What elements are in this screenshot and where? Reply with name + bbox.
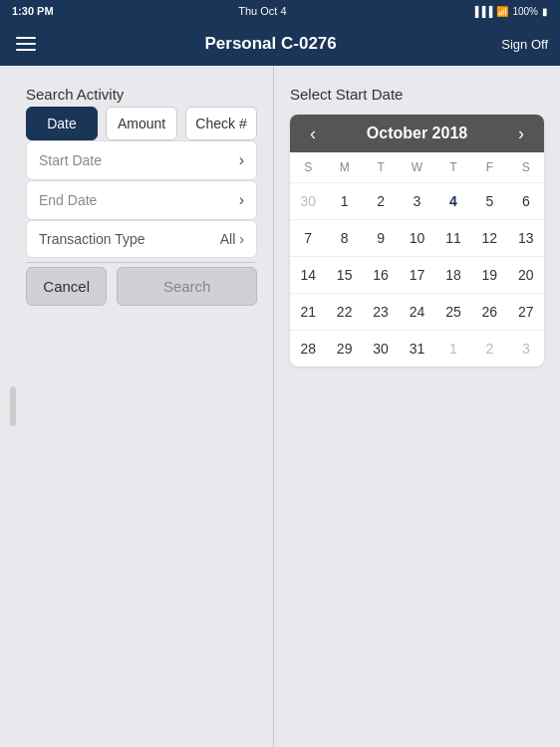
main-layout: Search Activity Date Amount Check # Star… xyxy=(0,66,560,747)
calendar-day[interactable]: 7 xyxy=(290,219,326,256)
transaction-type-label: Transaction Type xyxy=(39,231,145,247)
calendar-header: ‹ October 2018 › xyxy=(290,115,544,152)
calendar-day[interactable]: 3 xyxy=(399,182,434,219)
calendar-day[interactable]: 31 xyxy=(399,330,434,367)
calendar-days: 3012345678910111213141516171819202122232… xyxy=(290,182,544,367)
cancel-button[interactable]: Cancel xyxy=(26,267,107,306)
start-date-label: Start Date xyxy=(39,152,102,168)
menu-line-2 xyxy=(16,43,36,45)
filter-check-button[interactable]: Check # xyxy=(185,107,257,140)
calendar-day[interactable]: 15 xyxy=(326,256,362,293)
status-time: 1:30 PM xyxy=(12,5,54,17)
start-date-arrow-icon: › xyxy=(239,151,244,169)
calendar-day[interactable]: 21 xyxy=(290,293,326,330)
calendar-day[interactable]: 26 xyxy=(471,293,507,330)
calendar-day[interactable]: 11 xyxy=(435,219,471,256)
calendar-day[interactable]: 18 xyxy=(435,256,471,293)
left-panel: Search Activity Date Amount Check # Star… xyxy=(0,66,274,747)
status-date: Thu Oct 4 xyxy=(238,5,286,17)
action-buttons: Cancel Search xyxy=(26,267,257,306)
calendar-day[interactable]: 19 xyxy=(471,256,507,293)
calendar-day[interactable]: 27 xyxy=(508,293,544,330)
calendar-day[interactable]: 24 xyxy=(399,293,434,330)
calendar-day[interactable]: 2 xyxy=(363,182,399,219)
calendar-day[interactable]: 25 xyxy=(435,293,471,330)
battery-icon: ▮ xyxy=(542,6,548,17)
calendar-day[interactable]: 29 xyxy=(326,330,362,367)
calendar-day[interactable]: 1 xyxy=(326,182,362,219)
calendar-day[interactable]: 30 xyxy=(290,182,326,219)
status-indicators: ▐▐▐ 📶 100% ▮ xyxy=(471,6,548,17)
calendar-day[interactable]: 16 xyxy=(363,256,399,293)
transaction-type-field[interactable]: Transaction Type All › xyxy=(26,220,257,258)
end-date-field[interactable]: End Date › xyxy=(26,180,257,220)
signal-icon: ▐▐▐ xyxy=(471,6,492,17)
weekday-sat: S xyxy=(508,152,544,182)
weekday-wed: W xyxy=(399,152,434,182)
weekday-thu: T xyxy=(435,152,471,182)
menu-line-1 xyxy=(16,37,36,39)
calendar-next-button[interactable]: › xyxy=(512,124,530,142)
search-button[interactable]: Search xyxy=(117,267,257,306)
calendar-day[interactable]: 2 xyxy=(471,330,507,367)
sign-off-button[interactable]: Sign Off xyxy=(501,37,548,52)
battery-text: 100% xyxy=(512,6,538,17)
weekday-mon: M xyxy=(326,152,362,182)
weekday-fri: F xyxy=(471,152,507,182)
calendar-day[interactable]: 28 xyxy=(290,330,326,367)
transaction-type-value: All xyxy=(220,231,236,247)
calendar-day[interactable]: 4 xyxy=(435,182,471,219)
menu-button[interactable] xyxy=(12,33,40,55)
calendar-section-title: Select Start Date xyxy=(290,86,544,103)
start-date-field[interactable]: Start Date › xyxy=(26,140,257,180)
drag-handle[interactable] xyxy=(10,386,16,426)
calendar-day[interactable]: 10 xyxy=(399,219,434,256)
transaction-type-arrow-icon: › xyxy=(239,231,244,247)
calendar-day[interactable]: 3 xyxy=(508,330,544,367)
nav-title: Personal C-0276 xyxy=(40,34,501,54)
calendar-month-year: October 2018 xyxy=(367,124,467,142)
calendar-day[interactable]: 1 xyxy=(435,330,471,367)
calendar-day[interactable]: 6 xyxy=(508,182,544,219)
right-panel: Select Start Date ‹ October 2018 › S M T… xyxy=(274,66,560,747)
calendar-day[interactable]: 8 xyxy=(326,219,362,256)
calendar-day[interactable]: 30 xyxy=(363,330,399,367)
calendar-day[interactable]: 20 xyxy=(508,256,544,293)
calendar-weekdays: S M T W T F S xyxy=(290,152,544,182)
filter-date-button[interactable]: Date xyxy=(26,107,98,140)
filter-amount-button[interactable]: Amount xyxy=(106,107,177,140)
weekday-sun: S xyxy=(290,152,326,182)
calendar-day[interactable]: 17 xyxy=(399,256,434,293)
weekday-tue: T xyxy=(363,152,399,182)
calendar-day[interactable]: 5 xyxy=(471,182,507,219)
calendar-day[interactable]: 13 xyxy=(508,219,544,256)
menu-line-3 xyxy=(16,49,36,51)
end-date-arrow-icon: › xyxy=(239,191,244,209)
divider xyxy=(26,262,257,263)
calendar-day[interactable]: 14 xyxy=(290,256,326,293)
calendar-day[interactable]: 9 xyxy=(363,219,399,256)
wifi-icon: 📶 xyxy=(496,6,508,17)
calendar-day[interactable]: 12 xyxy=(471,219,507,256)
status-bar: 1:30 PM Thu Oct 4 ▐▐▐ 📶 100% ▮ xyxy=(0,0,560,22)
end-date-label: End Date xyxy=(39,192,97,208)
filter-buttons: Date Amount Check # xyxy=(26,107,257,140)
calendar-day[interactable]: 23 xyxy=(363,293,399,330)
calendar: ‹ October 2018 › S M T W T F S 301234567… xyxy=(290,115,544,367)
calendar-day[interactable]: 22 xyxy=(326,293,362,330)
calendar-prev-button[interactable]: ‹ xyxy=(304,124,322,142)
transaction-type-value-group: All › xyxy=(220,231,244,247)
search-activity-title: Search Activity xyxy=(26,86,257,103)
nav-bar: Personal C-0276 Sign Off xyxy=(0,22,560,66)
